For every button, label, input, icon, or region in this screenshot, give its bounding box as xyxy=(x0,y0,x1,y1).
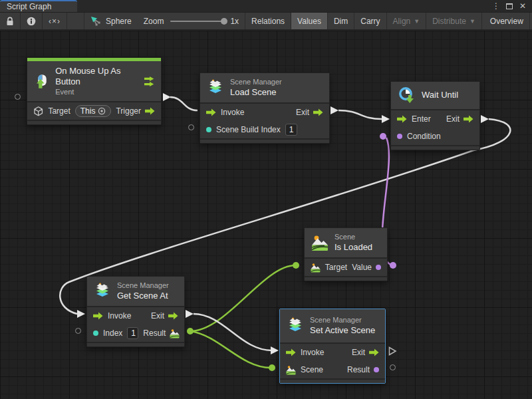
node-footer xyxy=(200,138,329,143)
lock-button[interactable] xyxy=(0,13,21,29)
port-setactive-result-output[interactable] xyxy=(390,364,396,370)
index-port-label: Index xyxy=(103,329,122,338)
target-picker-icon xyxy=(98,107,106,115)
int-port-dot[interactable] xyxy=(93,331,98,336)
flow-arrow-icon xyxy=(168,312,178,320)
node-is-loaded[interactable]: Scene Is Loaded Target Value xyxy=(304,227,388,281)
result-port-label: Result xyxy=(347,365,370,374)
exit-port-label: Exit xyxy=(296,108,309,117)
window-controls: ⋮ ✕ xyxy=(491,0,532,12)
wire-result-to-setactive-scene[interactable] xyxy=(190,331,271,368)
port-getsceneat-invoke-input[interactable] xyxy=(77,310,85,318)
scene-manager-icon xyxy=(94,283,111,301)
port-mouseup-target-input[interactable] xyxy=(15,94,21,100)
lock-icon xyxy=(6,17,14,26)
scene-mini-icon xyxy=(286,365,296,375)
scene-mini-icon xyxy=(311,263,321,273)
port-loadscene-index-input[interactable] xyxy=(188,124,194,130)
scene-manager-icon xyxy=(287,317,304,335)
wait-until-clock-icon xyxy=(398,86,416,104)
port-waituntil-enter-input[interactable] xyxy=(382,115,390,123)
node-set-active-scene[interactable]: Scene Manager Set Active Scene Invoke Ex… xyxy=(279,309,386,384)
zoom-slider-handle[interactable] xyxy=(221,18,227,25)
node-title: Get Scene At xyxy=(117,291,169,301)
align-button[interactable]: Align ▼ xyxy=(387,13,427,29)
port-isloaded-target-input[interactable] xyxy=(293,262,299,269)
graph-toolbar: ‹×› Sphere Zoom 1x Relations Values Dim … xyxy=(0,12,532,30)
distribute-button[interactable]: Distribute ▼ xyxy=(426,13,482,29)
port-mouseup-trigger-output[interactable] xyxy=(163,93,171,101)
index-field[interactable]: 1 xyxy=(127,327,138,339)
port-loadscene-exit-output[interactable] xyxy=(331,106,338,114)
value-port-label: Value xyxy=(352,263,372,272)
zoom-label: Zoom xyxy=(144,17,164,26)
overview-button[interactable]: Overview xyxy=(484,13,530,29)
graph-icon xyxy=(90,16,101,26)
node-title: Load Scene xyxy=(230,87,282,98)
kebab-menu-icon[interactable]: ⋮ xyxy=(491,1,501,11)
graph-canvas[interactable]: On Mouse Up As Button Event Target This xyxy=(0,31,532,399)
port-setactive-exit-output[interactable] xyxy=(388,346,397,356)
port-waituntil-condition-input[interactable] xyxy=(380,133,386,140)
node-get-scene-at[interactable]: Scene Manager Get Scene At Invoke Exit I… xyxy=(86,276,185,347)
invoke-port-label: Invoke xyxy=(301,348,324,357)
close-icon[interactable]: ✕ xyxy=(517,1,528,11)
bool-port-dot[interactable] xyxy=(397,134,402,139)
scene-result-dot[interactable] xyxy=(374,367,379,372)
values-button[interactable]: Values xyxy=(291,13,328,29)
enter-port-label: Enter xyxy=(412,114,431,124)
result-port-label: Result xyxy=(143,329,166,338)
wire-trigger-to-loadscene[interactable] xyxy=(170,97,198,110)
port-waituntil-exit-output[interactable] xyxy=(481,115,489,123)
port-getsceneat-index-input[interactable] xyxy=(75,328,81,334)
maximize-icon[interactable] xyxy=(506,3,513,9)
flow-arrow-icon xyxy=(464,115,473,123)
node-footer xyxy=(87,342,184,346)
node-footer xyxy=(27,120,161,124)
port-getsceneat-result-output[interactable] xyxy=(187,328,194,334)
gameobject-cube-icon xyxy=(33,106,43,117)
tab-script-graph[interactable]: Script Graph xyxy=(0,0,77,12)
node-category: Scene Manager xyxy=(310,316,375,325)
exit-port-label: Exit xyxy=(446,114,460,124)
flow-arrow-icon xyxy=(313,108,323,116)
graph-breadcrumb[interactable]: Sphere xyxy=(84,13,138,29)
node-category: Scene xyxy=(334,233,372,242)
zoom-slider[interactable] xyxy=(170,21,225,22)
port-setactive-invoke-input[interactable] xyxy=(271,346,279,354)
node-category: Scene Manager xyxy=(117,281,169,291)
port-getsceneat-exit-output[interactable] xyxy=(186,310,194,318)
dim-button[interactable]: Dim xyxy=(328,13,354,29)
carry-button[interactable]: Carry xyxy=(354,13,386,29)
wire-loadscene-to-waituntil[interactable] xyxy=(338,110,382,119)
node-load-scene[interactable]: Scene Manager Load Scene Invoke Exit Sce… xyxy=(200,72,330,144)
node-on-mouse-up-as-button[interactable]: On Mouse Up As Button Event Target This xyxy=(27,57,162,125)
node-title: Set Active Scene xyxy=(310,325,375,336)
port-setactive-scene-input[interactable] xyxy=(269,364,275,371)
scene-build-index-field[interactable]: 1 xyxy=(285,124,298,136)
node-title: On Mouse Up As Button xyxy=(55,66,138,88)
target-port-label: Target xyxy=(48,106,70,116)
code-preview-button[interactable]: ‹×› xyxy=(43,13,67,29)
trigger-port-label: Trigger xyxy=(116,106,141,116)
port-isloaded-value-output[interactable] xyxy=(390,262,396,269)
mouse-up-icon xyxy=(34,72,49,90)
int-port-dot[interactable] xyxy=(206,127,211,132)
chevron-down-icon: ▼ xyxy=(469,18,475,25)
wire-getsceneat-to-setactive-invoke[interactable] xyxy=(194,314,272,350)
relations-button[interactable]: Relations xyxy=(245,13,291,29)
invoke-port-label: Invoke xyxy=(221,108,244,117)
tab-bar: Script Graph ⋮ ✕ xyxy=(0,0,532,12)
scene-port-label: Scene xyxy=(301,365,323,374)
bool-port-dot[interactable] xyxy=(376,265,381,270)
node-footer xyxy=(280,378,385,383)
target-value-selector[interactable]: This xyxy=(75,105,112,117)
event-double-arrow-icon xyxy=(144,76,154,87)
node-wait-until[interactable]: Wait Until Enter Exit Condition xyxy=(390,81,480,150)
scene-icon xyxy=(311,234,329,251)
code-icon: ‹×› xyxy=(49,17,61,26)
info-button[interactable] xyxy=(21,13,43,29)
script-graph-window: Script Graph ⋮ ✕ ‹×› xyxy=(0,0,532,399)
scene-mini-icon xyxy=(170,329,180,338)
flow-arrow-icon xyxy=(206,108,216,116)
